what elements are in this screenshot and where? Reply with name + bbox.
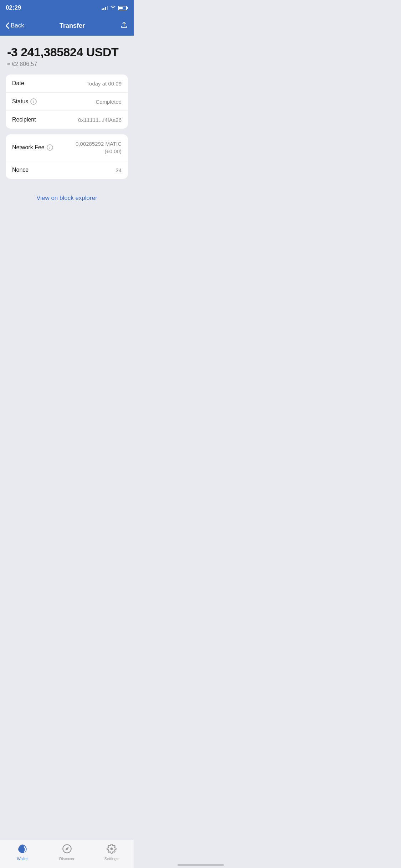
nonce-row: Nonce 24: [6, 161, 128, 179]
network-fee-label: Network Fee i: [12, 144, 53, 151]
status-info-icon[interactable]: i: [30, 98, 37, 105]
date-label: Date: [12, 80, 24, 87]
status-row: Status i Completed: [6, 93, 128, 111]
signal-icon: [102, 6, 108, 10]
network-fee-value: 0,00285292 MATIC(€0,00): [76, 140, 122, 155]
fees-card: Network Fee i 0,00285292 MATIC(€0,00) No…: [6, 134, 128, 179]
date-row: Date Today at 00:09: [6, 74, 128, 93]
status-label: Status i: [12, 98, 37, 105]
network-fee-row: Network Fee i 0,00285292 MATIC(€0,00): [6, 134, 128, 161]
status-bar: 02:29: [0, 0, 134, 16]
amount-section: -3 241,385824 USDT ≈ €2 806,57: [0, 36, 134, 74]
nav-bar: Back Transfer: [0, 16, 134, 36]
amount-secondary: ≈ €2 806,57: [7, 61, 127, 67]
recipient-row: Recipient 0x11111...f4fAa26: [6, 111, 128, 129]
block-explorer-link[interactable]: View on block explorer: [0, 185, 134, 212]
amount-primary: -3 241,385824 USDT: [7, 46, 127, 59]
date-value: Today at 00:09: [87, 81, 122, 87]
battery-icon: [118, 6, 128, 10]
nonce-value: 24: [115, 167, 122, 173]
status-value: Completed: [96, 99, 122, 105]
fee-info-icon[interactable]: i: [47, 144, 53, 151]
status-time: 02:29: [6, 4, 21, 11]
recipient-value: 0x11111...f4fAa26: [78, 117, 122, 123]
recipient-label: Recipient: [12, 117, 36, 123]
status-icons: [102, 5, 128, 11]
back-button[interactable]: Back: [6, 22, 24, 29]
nonce-label: Nonce: [12, 167, 29, 173]
wifi-icon: [110, 5, 116, 11]
details-card: Date Today at 00:09 Status i Completed R…: [6, 74, 128, 129]
page-title: Transfer: [60, 22, 85, 30]
share-button[interactable]: [120, 21, 128, 30]
